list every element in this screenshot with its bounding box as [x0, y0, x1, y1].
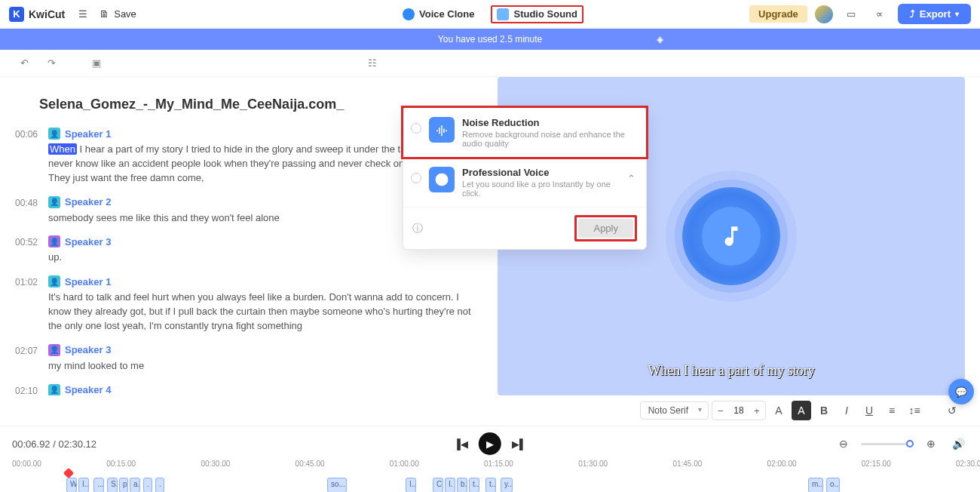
timeline-clip[interactable]: p: [119, 478, 128, 492]
align-button[interactable]: ≡: [882, 401, 902, 420]
export-button[interactable]: ⤴ Export ▾: [898, 4, 971, 24]
font-size-stepper[interactable]: − 18 +: [712, 401, 766, 420]
timeline-clip[interactable]: W: [66, 478, 77, 492]
speaker-name[interactable]: Speaker 3: [65, 344, 111, 355]
speaker-icon: 👤: [48, 384, 60, 395]
transcript-row[interactable]: 02:07👤Speaker 3my mind looked to me: [15, 344, 482, 374]
highlighted-word[interactable]: When: [48, 143, 77, 155]
timeline-clip[interactable]: S.: [107, 478, 118, 492]
banner-text: You have used 2.5 minute: [438, 34, 542, 45]
save-button[interactable]: 🗎 Save: [93, 8, 142, 20]
clip-track[interactable]: WI......S.pa...so...I...C.I.b.t...t...y.…: [12, 476, 968, 492]
pro-voice-desc: Let you sound like a pro Instantly by on…: [462, 180, 620, 198]
italic-button[interactable]: I: [837, 401, 856, 420]
timeline-clip[interactable]: ...: [93, 478, 104, 492]
pro-voice-option[interactable]: Professional Voice Let you sound like a …: [403, 158, 646, 208]
noise-reduction-title: Noise Reduction: [462, 117, 635, 128]
timeline-clip[interactable]: o...: [826, 478, 840, 492]
zoom-out-button[interactable]: ⊖: [834, 434, 853, 454]
timeline-clip[interactable]: y...: [501, 478, 513, 492]
export-icon: ⤴: [910, 8, 915, 20]
noise-reduction-option[interactable]: Noise Reduction Remove background noise …: [403, 108, 646, 158]
timeline-clip[interactable]: b.: [457, 478, 467, 492]
timeline-clip[interactable]: t...: [469, 478, 479, 492]
timeline-clip[interactable]: a.: [130, 478, 140, 492]
feedback-icon[interactable]: ▭: [841, 4, 862, 25]
pro-voice-title: Professional Voice: [462, 167, 620, 178]
speaker-icon: 👤: [48, 275, 60, 288]
main-area: Selena_Gomez_-_My_Mind_Me_CeeNaija.com_ …: [0, 77, 980, 395]
filter-icon[interactable]: ☷: [368, 57, 377, 69]
radio-icon[interactable]: [411, 123, 421, 134]
redo-button[interactable]: ↷: [42, 54, 60, 72]
font-select[interactable]: Noto Serif: [640, 401, 709, 420]
speaker-name[interactable]: Speaker 1: [65, 128, 111, 140]
ruler-tick: 00:30.00: [201, 460, 230, 468]
share-icon[interactable]: ∝: [869, 4, 890, 25]
decrease-size-button[interactable]: −: [712, 401, 729, 420]
text-color-button[interactable]: A: [769, 401, 789, 420]
voice-clone-label: Voice Clone: [419, 8, 474, 20]
menu-icon[interactable]: ☰: [72, 4, 93, 25]
speaker-name[interactable]: Speaker 4: [65, 384, 111, 395]
highlight-button[interactable]: A: [792, 401, 811, 420]
speaker-icon: 👤: [48, 128, 60, 140]
chevron-up-icon[interactable]: ⌃: [627, 173, 635, 184]
apply-button[interactable]: Apply: [578, 219, 633, 238]
increase-size-button[interactable]: +: [749, 401, 765, 420]
volume-button[interactable]: 🔊: [948, 434, 968, 454]
total-time: 02:30.12: [58, 438, 96, 450]
save-label: Save: [114, 8, 136, 20]
radio-icon[interactable]: [411, 173, 421, 183]
ruler-tick: 00:15.00: [106, 460, 136, 468]
undo-button[interactable]: ↶: [15, 54, 33, 72]
music-note-icon: [702, 207, 761, 266]
transcript-row[interactable]: 01:02👤Speaker 1It's hard to talk and fee…: [15, 275, 482, 334]
line-spacing-button[interactable]: ↕≡: [905, 401, 924, 420]
noise-reduction-desc: Remove background noise and enhance the …: [462, 130, 635, 148]
speaker-icon: 👤: [48, 344, 60, 356]
timeline-clip[interactable]: .: [155, 478, 164, 492]
studio-sound-popup: Noise Reduction Remove background noise …: [403, 107, 647, 250]
timeline-clip[interactable]: C.: [433, 478, 443, 492]
ruler-tick: 00:00.00: [12, 460, 41, 468]
skip-back-button[interactable]: ▐◀: [454, 438, 468, 450]
timeline-clip[interactable]: I...: [78, 478, 89, 492]
transcript-row[interactable]: 02:10👤Speaker 4oh, it's something remind…: [15, 384, 482, 395]
noise-reduction-icon: [429, 117, 455, 143]
skip-forward-button[interactable]: ▶▌: [512, 438, 526, 450]
speaker-name[interactable]: Speaker 3: [65, 236, 111, 248]
play-button[interactable]: ▶: [479, 432, 501, 455]
gem-icon: ◈: [657, 34, 663, 45]
voice-clone-button[interactable]: Voice Clone: [397, 5, 480, 23]
app-logo: K: [9, 7, 24, 22]
current-time: 00:06.92: [12, 438, 51, 450]
studio-sound-button[interactable]: Studio Sound: [491, 5, 583, 23]
crop-button[interactable]: ▣: [87, 54, 106, 72]
upgrade-button[interactable]: Upgrade: [749, 5, 807, 23]
zoom-in-button[interactable]: ⊕: [921, 434, 941, 454]
timeline-clip[interactable]: t...: [485, 478, 496, 492]
ruler-tick: 01:00.00: [390, 460, 419, 468]
transcript-text[interactable]: up.: [48, 251, 482, 265]
timeline-clip[interactable]: I.: [445, 478, 455, 492]
transcript-text[interactable]: It's hard to talk and feel hurt when you…: [48, 291, 482, 334]
info-icon[interactable]: ⓘ: [412, 222, 423, 235]
zoom-slider[interactable]: [861, 443, 914, 445]
timeline-clip[interactable]: m...: [808, 478, 823, 492]
speaker-name[interactable]: Speaker 2: [65, 196, 111, 208]
timeline-clip[interactable]: .: [143, 478, 152, 492]
chat-icon[interactable]: 💬: [948, 379, 974, 404]
font-size-value: 18: [729, 405, 749, 416]
ruler-tick: 01:30.00: [578, 460, 608, 468]
timeline-clip[interactable]: I...: [406, 478, 416, 492]
speaker-name[interactable]: Speaker 1: [65, 276, 111, 288]
timeline-clip[interactable]: so...: [327, 478, 347, 492]
voice-clone-icon: [403, 8, 415, 20]
bold-button[interactable]: B: [814, 401, 834, 420]
transcript-text[interactable]: my mind looked to me: [48, 359, 482, 374]
underline-button[interactable]: U: [859, 401, 879, 420]
app-name: KwiCut: [29, 8, 65, 20]
timeline-ruler[interactable]: 00:00.0000:15.0000:30.0000:45.0001:00.00…: [12, 460, 968, 472]
avatar[interactable]: [815, 5, 833, 23]
